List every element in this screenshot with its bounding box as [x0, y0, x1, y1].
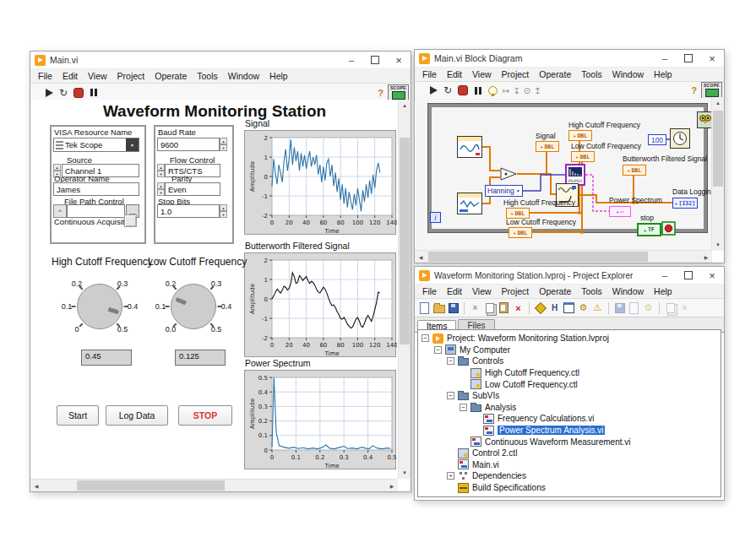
menu-view[interactable]: View	[83, 71, 112, 81]
deploy-icon[interactable]	[628, 301, 640, 314]
stop-button[interactable]: STOP	[178, 405, 232, 426]
cont-acq-checkbox[interactable]	[124, 214, 137, 227]
horizontal-scrollbar[interactable]: ◀▶	[30, 479, 398, 491]
baud-spinner[interactable]	[220, 138, 227, 151]
tree-item-build-specifications[interactable]: Build Specifications	[418, 482, 721, 494]
cut-icon[interactable]	[469, 301, 481, 314]
operator-field[interactable]: James	[53, 182, 139, 196]
titlebar[interactable]: Main.vi Block Diagram	[415, 50, 724, 68]
menu-help[interactable]: Help	[649, 286, 677, 296]
copy-icon[interactable]	[483, 301, 496, 314]
menu-file[interactable]: File	[417, 286, 442, 296]
daq-assistant-icon[interactable]	[457, 193, 482, 214]
stop-bits-field[interactable]: 1.0	[157, 204, 220, 218]
maximize-button[interactable]	[363, 52, 387, 68]
tree-item-my-computer[interactable]: My Computer	[418, 344, 721, 356]
collapse-icon[interactable]	[422, 334, 429, 342]
menu-project[interactable]: Project	[497, 286, 535, 296]
high-cutoff-value[interactable]: 0.45	[81, 350, 132, 366]
menu-view[interactable]: View	[467, 69, 497, 79]
minimize-button[interactable]	[653, 267, 677, 284]
subvi-owl-icon[interactable]	[697, 111, 712, 128]
tree-item-power-spectrum-analysis[interactable]: Power Spectrum Analysis.vi	[418, 425, 721, 437]
help-icon[interactable]	[691, 85, 697, 95]
loop-condition-icon[interactable]	[661, 221, 676, 236]
window-type-combo[interactable]: Hanning	[485, 185, 523, 197]
daq-assistant-icon[interactable]	[457, 136, 482, 158]
butterworth-terminal[interactable]: DBL	[623, 165, 646, 176]
paste-icon[interactable]	[498, 301, 510, 314]
menu-tools[interactable]: Tools	[576, 69, 607, 79]
settings-gear-icon[interactable]	[577, 301, 590, 314]
power-spectrum-terminal[interactable]: ⋯	[609, 206, 631, 217]
menu-window[interactable]: Window	[223, 71, 264, 81]
step-out-icon[interactable]: ↥	[534, 86, 541, 95]
menu-view[interactable]: View	[467, 286, 497, 296]
collapse-icon[interactable]	[460, 404, 467, 411]
step-over-icon[interactable]: ⊙	[524, 86, 530, 95]
save-all-icon[interactable]	[447, 301, 460, 314]
menu-file[interactable]: File	[417, 69, 442, 79]
data-logging-terminal[interactable]: [I32]	[672, 198, 698, 209]
maximize-button[interactable]	[677, 267, 700, 284]
highlight-execution-icon[interactable]	[488, 86, 498, 95]
flow-spinner[interactable]	[157, 164, 165, 177]
dropdown-icon[interactable]	[126, 138, 139, 151]
menu-operate[interactable]: Operate	[150, 71, 192, 81]
delete-icon[interactable]	[512, 301, 525, 314]
parity-field[interactable]: Even	[165, 182, 220, 196]
commit-icon[interactable]	[664, 301, 677, 314]
signal-terminal[interactable]: DBL	[536, 141, 559, 152]
scrollbar-thumb[interactable]	[77, 480, 225, 491]
constant-100[interactable]: 100	[648, 134, 666, 145]
low-cutoff-value[interactable]: 0.125	[175, 350, 226, 366]
tree-item-dependencies[interactable]: Dependencies	[418, 470, 721, 482]
stop-terminal[interactable]: TF	[637, 223, 661, 236]
menu-project[interactable]: Project	[497, 69, 535, 79]
abort-icon[interactable]	[458, 85, 468, 95]
maximize-button[interactable]	[677, 50, 700, 67]
scrollbar-thumb[interactable]	[713, 111, 723, 187]
menu-edit[interactable]: Edit	[57, 71, 83, 81]
open-folder-icon[interactable]	[432, 301, 445, 314]
close-button[interactable]	[387, 52, 411, 68]
tree-item-controls[interactable]: Controls	[418, 355, 721, 367]
build-icon[interactable]	[613, 301, 626, 314]
titlebar[interactable]: Waveform Monitoring Station.lvproj - Pro…	[415, 267, 724, 285]
vertical-scrollbar[interactable]: ▲▼	[711, 97, 724, 251]
expand-icon[interactable]	[447, 472, 454, 480]
low-cutoff-knob[interactable]: 0.0 0.1 0.2 0.3 0.4 0.5	[151, 264, 236, 349]
close-button[interactable]	[700, 267, 724, 284]
run-continuous-icon[interactable]	[59, 87, 68, 99]
tree-item-main-vi[interactable]: Main.vi	[418, 459, 721, 471]
scope-badge-icon[interactable]: SCOPE	[388, 84, 409, 101]
close-button[interactable]	[700, 50, 724, 67]
abort-icon[interactable]	[73, 88, 84, 98]
run-icon[interactable]	[430, 86, 438, 95]
undo-checkout-icon[interactable]	[678, 301, 691, 314]
tree-item-frequency-calculations[interactable]: Frequency Calculations.vi	[418, 413, 721, 425]
window-dropdown-icon[interactable]	[563, 301, 575, 314]
stop-bits-spinner[interactable]	[220, 204, 227, 218]
low-cutoff-control-terminal[interactable]: DBL	[509, 227, 532, 238]
scope-badge-icon[interactable]: SCOPE	[701, 82, 722, 99]
tree-item-subvis[interactable]: SubVIs	[418, 390, 721, 402]
minimize-button[interactable]	[653, 50, 677, 67]
collapse-icon[interactable]	[434, 346, 442, 354]
new-file-icon[interactable]	[418, 301, 431, 314]
resolve-conflicts-icon[interactable]	[534, 301, 547, 314]
menu-operate[interactable]: Operate	[534, 286, 576, 296]
log-data-button[interactable]: Log Data	[106, 405, 168, 426]
menu-tools[interactable]: Tools	[576, 286, 607, 296]
titlebar[interactable]: Main.vi	[30, 52, 411, 69]
wait-metronome-icon[interactable]	[670, 128, 690, 149]
baud-field[interactable]: 9600	[157, 138, 220, 151]
run-continuous-icon[interactable]	[443, 84, 452, 96]
pause-icon[interactable]	[475, 87, 477, 95]
menu-project[interactable]: Project	[112, 71, 150, 81]
path-type-icon[interactable]	[53, 204, 67, 218]
collapse-icon[interactable]	[447, 392, 454, 399]
parity-spinner[interactable]	[157, 182, 165, 196]
tree-item-project[interactable]: Project: Waveform Monitoring Station.lvp…	[418, 333, 721, 344]
low-cutoff-terminal[interactable]: DBL	[571, 151, 595, 162]
